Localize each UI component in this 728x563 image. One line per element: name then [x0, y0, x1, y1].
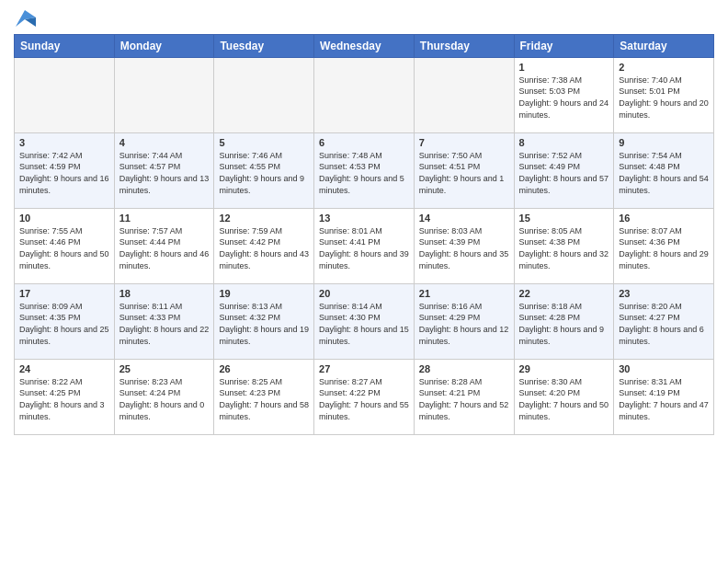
day-number: 2 [619, 62, 709, 73]
day-header-tuesday: Tuesday [214, 34, 314, 57]
empty-day-cell [114, 57, 214, 132]
day-number: 26 [219, 363, 309, 374]
day-cell: 24Sunrise: 8:22 AMSunset: 4:25 PMDayligh… [15, 359, 115, 434]
day-info: Sunrise: 8:03 AMSunset: 4:39 PMDaylight:… [419, 225, 509, 271]
day-cell: 8Sunrise: 7:52 AMSunset: 4:49 PMDaylight… [514, 132, 614, 208]
day-cell: 16Sunrise: 8:07 AMSunset: 4:36 PMDayligh… [614, 208, 714, 283]
day-number: 28 [419, 363, 509, 374]
day-cell: 5Sunrise: 7:46 AMSunset: 4:55 PMDaylight… [214, 132, 314, 208]
day-number: 23 [619, 288, 709, 299]
logo-bird-icon [16, 10, 36, 27]
page: SundayMondayTuesdayWednesdayThursdayFrid… [0, 0, 728, 563]
day-info: Sunrise: 8:27 AMSunset: 4:22 PMDaylight:… [319, 376, 409, 422]
day-cell: 14Sunrise: 8:03 AMSunset: 4:39 PMDayligh… [414, 208, 514, 283]
day-number: 20 [319, 288, 409, 299]
day-cell: 18Sunrise: 8:11 AMSunset: 4:33 PMDayligh… [114, 283, 214, 359]
day-cell: 25Sunrise: 8:23 AMSunset: 4:24 PMDayligh… [114, 359, 214, 434]
day-cell: 2Sunrise: 7:40 AMSunset: 5:01 PMDaylight… [614, 57, 714, 132]
day-info: Sunrise: 7:46 AMSunset: 4:55 PMDaylight:… [219, 150, 309, 196]
day-info: Sunrise: 7:38 AMSunset: 5:03 PMDaylight:… [519, 75, 609, 121]
day-cell: 4Sunrise: 7:44 AMSunset: 4:57 PMDaylight… [114, 132, 214, 208]
day-info: Sunrise: 7:54 AMSunset: 4:48 PMDaylight:… [619, 150, 709, 196]
day-number: 15 [519, 213, 609, 224]
day-info: Sunrise: 8:25 AMSunset: 4:23 PMDaylight:… [219, 376, 309, 422]
day-number: 21 [419, 288, 509, 299]
calendar-header-row: SundayMondayTuesdayWednesdayThursdayFrid… [15, 34, 714, 57]
day-number: 24 [19, 363, 109, 374]
day-cell: 12Sunrise: 7:59 AMSunset: 4:42 PMDayligh… [214, 208, 314, 283]
day-info: Sunrise: 7:55 AMSunset: 4:46 PMDaylight:… [19, 225, 109, 271]
calendar-table: SundayMondayTuesdayWednesdayThursdayFrid… [14, 34, 714, 435]
day-number: 13 [319, 213, 409, 224]
day-number: 6 [319, 137, 409, 148]
day-number: 27 [319, 363, 409, 374]
header [14, 9, 714, 27]
calendar-week-row: 1Sunrise: 7:38 AMSunset: 5:03 PMDaylight… [15, 57, 714, 132]
day-cell: 19Sunrise: 8:13 AMSunset: 4:32 PMDayligh… [214, 283, 314, 359]
day-info: Sunrise: 7:44 AMSunset: 4:57 PMDaylight:… [119, 150, 210, 196]
empty-day-cell [314, 57, 415, 132]
day-info: Sunrise: 8:28 AMSunset: 4:21 PMDaylight:… [419, 376, 509, 422]
day-cell: 13Sunrise: 8:01 AMSunset: 4:41 PMDayligh… [314, 208, 415, 283]
logo-text [14, 9, 36, 27]
day-header-monday: Monday [114, 34, 214, 57]
day-number: 22 [519, 288, 609, 299]
day-cell: 23Sunrise: 8:20 AMSunset: 4:27 PMDayligh… [614, 283, 714, 359]
day-number: 1 [519, 62, 609, 73]
day-header-thursday: Thursday [414, 34, 514, 57]
day-info: Sunrise: 7:57 AMSunset: 4:44 PMDaylight:… [119, 225, 210, 271]
day-info: Sunrise: 8:09 AMSunset: 4:35 PMDaylight:… [19, 301, 109, 347]
day-cell: 6Sunrise: 7:48 AMSunset: 4:53 PMDaylight… [314, 132, 415, 208]
day-cell: 21Sunrise: 8:16 AMSunset: 4:29 PMDayligh… [414, 283, 514, 359]
day-number: 14 [419, 213, 509, 224]
day-cell: 29Sunrise: 8:30 AMSunset: 4:20 PMDayligh… [514, 359, 614, 434]
day-cell: 15Sunrise: 8:05 AMSunset: 4:38 PMDayligh… [514, 208, 614, 283]
day-number: 8 [519, 137, 609, 148]
day-number: 19 [219, 288, 309, 299]
day-header-friday: Friday [514, 34, 614, 57]
day-info: Sunrise: 8:30 AMSunset: 4:20 PMDaylight:… [519, 376, 609, 422]
day-info: Sunrise: 7:42 AMSunset: 4:59 PMDaylight:… [19, 150, 109, 196]
day-cell: 3Sunrise: 7:42 AMSunset: 4:59 PMDaylight… [15, 132, 115, 208]
day-info: Sunrise: 7:40 AMSunset: 5:01 PMDaylight:… [619, 75, 709, 121]
day-header-wednesday: Wednesday [314, 34, 415, 57]
empty-day-cell [414, 57, 514, 132]
day-cell: 11Sunrise: 7:57 AMSunset: 4:44 PMDayligh… [114, 208, 214, 283]
empty-day-cell [214, 57, 314, 132]
day-cell: 28Sunrise: 8:28 AMSunset: 4:21 PMDayligh… [414, 359, 514, 434]
day-cell: 22Sunrise: 8:18 AMSunset: 4:28 PMDayligh… [514, 283, 614, 359]
day-info: Sunrise: 8:18 AMSunset: 4:28 PMDaylight:… [519, 301, 609, 347]
day-cell: 26Sunrise: 8:25 AMSunset: 4:23 PMDayligh… [214, 359, 314, 434]
calendar-week-row: 24Sunrise: 8:22 AMSunset: 4:25 PMDayligh… [15, 359, 714, 434]
day-number: 7 [419, 137, 509, 148]
day-info: Sunrise: 7:59 AMSunset: 4:42 PMDaylight:… [219, 225, 309, 271]
day-info: Sunrise: 7:50 AMSunset: 4:51 PMDaylight:… [419, 150, 509, 196]
day-cell: 30Sunrise: 8:31 AMSunset: 4:19 PMDayligh… [614, 359, 714, 434]
day-info: Sunrise: 8:05 AMSunset: 4:38 PMDaylight:… [519, 225, 609, 271]
day-number: 9 [619, 137, 709, 148]
day-info: Sunrise: 8:13 AMSunset: 4:32 PMDaylight:… [219, 301, 309, 347]
day-number: 4 [119, 137, 210, 148]
day-info: Sunrise: 8:11 AMSunset: 4:33 PMDaylight:… [119, 301, 210, 347]
day-number: 5 [219, 137, 309, 148]
day-cell: 20Sunrise: 8:14 AMSunset: 4:30 PMDayligh… [314, 283, 415, 359]
empty-day-cell [15, 57, 115, 132]
day-number: 17 [19, 288, 109, 299]
calendar-week-row: 3Sunrise: 7:42 AMSunset: 4:59 PMDaylight… [15, 132, 714, 208]
day-info: Sunrise: 8:22 AMSunset: 4:25 PMDaylight:… [19, 376, 109, 422]
day-info: Sunrise: 8:23 AMSunset: 4:24 PMDaylight:… [119, 376, 210, 422]
day-info: Sunrise: 8:16 AMSunset: 4:29 PMDaylight:… [419, 301, 509, 347]
day-header-sunday: Sunday [15, 34, 115, 57]
day-cell: 17Sunrise: 8:09 AMSunset: 4:35 PMDayligh… [15, 283, 115, 359]
day-cell: 7Sunrise: 7:50 AMSunset: 4:51 PMDaylight… [414, 132, 514, 208]
day-info: Sunrise: 7:48 AMSunset: 4:53 PMDaylight:… [319, 150, 409, 196]
day-cell: 27Sunrise: 8:27 AMSunset: 4:22 PMDayligh… [314, 359, 415, 434]
logo [14, 9, 36, 27]
calendar-week-row: 10Sunrise: 7:55 AMSunset: 4:46 PMDayligh… [15, 208, 714, 283]
day-info: Sunrise: 8:31 AMSunset: 4:19 PMDaylight:… [619, 376, 709, 422]
day-info: Sunrise: 8:14 AMSunset: 4:30 PMDaylight:… [319, 301, 409, 347]
day-info: Sunrise: 8:01 AMSunset: 4:41 PMDaylight:… [319, 225, 409, 271]
day-number: 3 [19, 137, 109, 148]
day-number: 10 [19, 213, 109, 224]
day-number: 11 [119, 213, 210, 224]
